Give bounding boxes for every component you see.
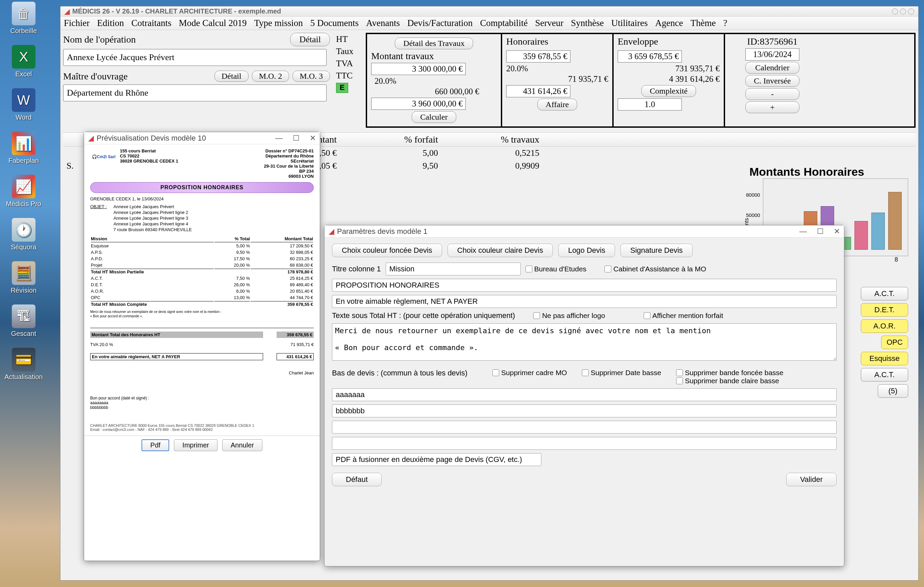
menu-type-mission[interactable]: Type mission: [254, 18, 303, 28]
mo3-button[interactable]: M.O. 3: [292, 71, 330, 82]
params-close-icon[interactable]: ✕: [834, 227, 840, 236]
esquisse-button[interactable]: Esquisse: [861, 352, 908, 365]
opc-button[interactable]: OPC: [881, 336, 908, 349]
min-icon[interactable]: [892, 8, 898, 15]
pdf-fusion-input[interactable]: [332, 453, 541, 466]
menu-utilitaires[interactable]: Utilitaires: [611, 18, 648, 28]
close-icon[interactable]: [908, 8, 914, 15]
plus-button[interactable]: +: [745, 101, 799, 113]
preview-min-icon[interactable]: —: [275, 134, 283, 142]
honoraires-v3[interactable]: 431 614,26 €: [506, 85, 571, 98]
icon-faberplan[interactable]: 📊Faberplan: [3, 131, 44, 165]
detail-button[interactable]: Détail: [290, 33, 330, 46]
icon-actualisation[interactable]: 💳Actualisation: [3, 348, 44, 381]
act-button[interactable]: A.C.T.: [861, 287, 908, 301]
bas4-input[interactable]: [332, 437, 837, 450]
bas3-input[interactable]: [332, 421, 837, 433]
e-indicator[interactable]: E: [336, 83, 348, 93]
texte-sous-textarea[interactable]: [332, 323, 837, 360]
logo-devis-button[interactable]: Logo Devis: [558, 244, 615, 257]
mo-name-input[interactable]: [63, 84, 327, 101]
desktop-icons: 🗑Corbeille XExcel WWord 📊Faberplan 📈Médi…: [3, 2, 44, 381]
honoraires-title: Honoraires: [506, 36, 608, 47]
detail-travaux-button[interactable]: Détail des Travaux: [395, 38, 473, 50]
affaire-button[interactable]: Affaire: [537, 99, 578, 111]
date-value[interactable]: 13/06/2024: [745, 48, 799, 61]
params-min-icon[interactable]: —: [799, 227, 807, 236]
bas1-input[interactable]: [332, 388, 837, 401]
supp-date-checkbox[interactable]: [582, 369, 589, 376]
ttc-value[interactable]: 3 960 000,00 €: [371, 98, 466, 110]
menu-avenants[interactable]: Avenants: [366, 18, 400, 28]
objet-label: OBJET :: [90, 204, 107, 232]
enveloppe-title: Enveloppe: [618, 36, 720, 47]
preview-close-icon[interactable]: ✕: [310, 134, 316, 142]
menu-edition[interactable]: Edition: [97, 18, 124, 28]
preview-icon: ◢: [88, 134, 94, 142]
icon-corbeille[interactable]: 🗑Corbeille: [3, 2, 44, 35]
icon-medicis-pro[interactable]: 📈Médicis Pro: [3, 175, 44, 208]
pdf-button[interactable]: Pdf: [142, 439, 169, 451]
operation-name-input[interactable]: [63, 49, 327, 66]
app-title: MÉDICIS 26 - V 26.19 - CHARLET ARCHITECT…: [72, 7, 281, 15]
menu-compta[interactable]: Comptabilité: [480, 18, 528, 28]
col-travaux: % travaux: [441, 133, 543, 146]
menu-mode-calcul[interactable]: Mode Calcul 2019: [179, 18, 246, 28]
menu-fichier[interactable]: Fichier: [64, 18, 89, 28]
supp-fonce-checkbox[interactable]: [676, 369, 683, 376]
params-title: Paramètres devis modèle 1: [337, 227, 427, 236]
bas2-input[interactable]: [332, 405, 837, 417]
signature-devis-button[interactable]: Signature Devis: [620, 244, 692, 257]
color-dark-button[interactable]: Choix couleur foncée Devis: [332, 244, 442, 257]
cabinet-checkbox[interactable]: [604, 266, 611, 272]
honoraires-v1[interactable]: 359 678,55 €: [506, 50, 571, 63]
complexite-value[interactable]: 1.0: [618, 98, 682, 111]
line2-input[interactable]: [332, 295, 837, 308]
act2-button[interactable]: A.C.T.: [861, 368, 908, 382]
supp-mo-checkbox[interactable]: [492, 369, 499, 376]
honoraires-pct: 20.0%: [506, 64, 608, 73]
line1-input[interactable]: [332, 279, 837, 292]
aor-button[interactable]: A.O.R.: [861, 319, 908, 333]
det-button[interactable]: D.E.T.: [861, 303, 908, 317]
menu-serveur[interactable]: Serveur: [535, 18, 564, 28]
menu-help[interactable]: ?: [723, 18, 727, 28]
icon-sequora[interactable]: 🕐Séquora: [3, 218, 44, 251]
params-max-icon[interactable]: ☐: [817, 227, 824, 236]
menu-synthese[interactable]: Synthèse: [571, 18, 604, 28]
menu-documents[interactable]: 5 Documents: [310, 18, 359, 28]
montant-travaux-label: Montant travaux: [371, 51, 497, 61]
icon-excel[interactable]: XExcel: [3, 45, 44, 78]
defaut-button[interactable]: Défaut: [332, 473, 382, 486]
mo2-button[interactable]: M.O. 2: [252, 71, 289, 82]
enveloppe-v1[interactable]: 3 659 678,55 €: [618, 50, 682, 63]
menu-agence[interactable]: Agence: [655, 18, 683, 28]
icon-revision[interactable]: 🧮Révision: [3, 261, 44, 294]
print-button[interactable]: Imprimer: [174, 439, 218, 451]
taux-value: 20.0%: [375, 76, 497, 86]
calculer-button[interactable]: Calculer: [412, 111, 456, 123]
menu-cotraitants[interactable]: Cotraitants: [131, 18, 171, 28]
nopas-logo-checkbox[interactable]: [533, 312, 540, 319]
valider-button[interactable]: Valider: [786, 473, 837, 486]
supp-claire-checkbox[interactable]: [676, 377, 683, 384]
c-inversee-button[interactable]: C. Inversée: [745, 75, 799, 87]
minus-button[interactable]: -: [745, 88, 799, 100]
calendrier-button[interactable]: Calendrier: [745, 62, 799, 74]
cancel-button[interactable]: Annuler: [222, 439, 262, 451]
menu-devis[interactable]: Devis/Facturation: [407, 18, 472, 28]
complexite-button[interactable]: Complexité: [641, 85, 696, 97]
mention-forfait-checkbox[interactable]: [644, 312, 650, 319]
mo-detail-button[interactable]: Détail: [214, 71, 249, 82]
five-button[interactable]: (5): [878, 384, 908, 398]
preview-dialog: ◢ Prévisualisation Devis modèle 10 — ☐ ✕…: [84, 132, 320, 561]
bureau-checkbox[interactable]: [525, 266, 532, 272]
menu-theme[interactable]: Thème: [690, 18, 716, 28]
icon-word[interactable]: WWord: [3, 88, 44, 121]
color-light-button[interactable]: Choix couleur claire Devis: [447, 244, 553, 257]
max-icon[interactable]: [900, 8, 906, 15]
preview-max-icon[interactable]: ☐: [293, 134, 300, 142]
ht-value[interactable]: 3 300 000,00 €: [371, 63, 466, 75]
icon-gescant[interactable]: 🏗Gescant: [3, 304, 44, 337]
titre-col-input[interactable]: [386, 263, 521, 275]
